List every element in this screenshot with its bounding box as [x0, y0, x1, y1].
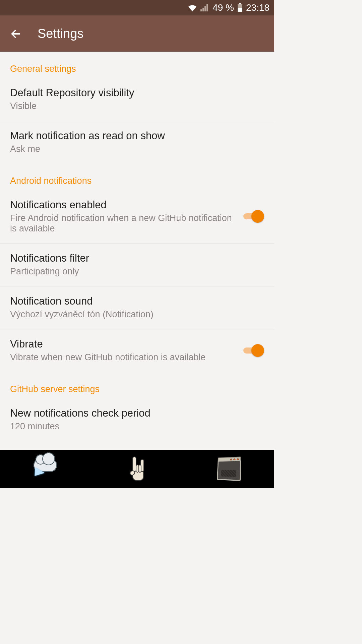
- system-nav-bar: [0, 450, 274, 488]
- pref-notification-sound[interactable]: Notification sound Výchozí vyzváněcí tón…: [0, 286, 274, 329]
- pref-title: Vibrate: [10, 338, 237, 350]
- section-header-server: GitHub server settings: [0, 372, 274, 398]
- rock-hand-icon: [125, 455, 149, 483]
- battery-percent: 49 %: [213, 2, 234, 13]
- switch-vibrate[interactable]: [243, 344, 264, 357]
- arrow-left-icon: [10, 28, 22, 40]
- nav-back-button[interactable]: [31, 455, 61, 482]
- pref-subtitle: Fire Android notification when a new Git…: [10, 213, 237, 234]
- pref-subtitle: Ask me: [10, 144, 264, 154]
- nav-home-button[interactable]: [122, 455, 152, 482]
- svg-rect-11: [139, 465, 141, 472]
- svg-rect-4: [239, 3, 241, 4]
- pref-title: New notifications check period: [10, 407, 264, 419]
- nav-recents-button[interactable]: [214, 455, 244, 482]
- amp-icon: [216, 457, 242, 482]
- section-header-general: General settings: [0, 52, 274, 78]
- svg-rect-10: [136, 465, 139, 472]
- pref-subtitle: Participating only: [10, 266, 264, 277]
- pref-title: Notification sound: [10, 295, 264, 307]
- pref-notifications-filter[interactable]: Notifications filter Participating only: [0, 244, 274, 286]
- pref-subtitle: Výchozí vyzváněcí tón (Notification): [10, 309, 264, 320]
- pref-vibrate[interactable]: Vibrate Vibrate when new GitHub notifica…: [0, 329, 274, 372]
- status-time: 23:18: [246, 2, 269, 13]
- pref-title: Notifications filter: [10, 252, 264, 264]
- svg-rect-6: [238, 8, 242, 12]
- svg-rect-1: [202, 8, 204, 11]
- back-button[interactable]: [8, 25, 24, 42]
- pref-subtitle: Visible: [10, 101, 264, 111]
- status-bar: 49 % 23:18: [0, 0, 274, 15]
- cloud-lightning-icon: [31, 457, 60, 481]
- switch-notifications-enabled[interactable]: [243, 210, 264, 223]
- switch-thumb: [251, 210, 264, 223]
- cell-signal-icon: [200, 4, 209, 11]
- pref-check-period[interactable]: New notifications check period 120 minut…: [0, 398, 274, 432]
- battery-icon: [237, 3, 243, 12]
- app-bar: Settings: [0, 15, 274, 52]
- pref-title: Mark notification as read on show: [10, 130, 264, 142]
- pref-mark-read-on-show[interactable]: Mark notification as read on show Ask me: [0, 121, 274, 164]
- svg-rect-2: [204, 6, 206, 11]
- pref-title: Default Repository visibility: [10, 87, 264, 99]
- page-title: Settings: [38, 26, 83, 41]
- pref-subtitle: Vibrate when new GitHub notification is …: [10, 352, 237, 363]
- pref-title: Notifications enabled: [10, 199, 237, 211]
- settings-list[interactable]: General settings Default Repository visi…: [0, 52, 274, 450]
- pref-subtitle: 120 minutes: [10, 421, 264, 432]
- section-header-android: Android notifications: [0, 164, 274, 190]
- svg-rect-0: [200, 9, 202, 11]
- pref-default-repo-visibility[interactable]: Default Repository visibility Visible: [0, 78, 274, 121]
- wifi-icon: [188, 4, 197, 11]
- pref-notifications-enabled[interactable]: Notifications enabled Fire Android notif…: [0, 190, 274, 244]
- switch-thumb: [251, 344, 264, 357]
- svg-rect-8: [133, 457, 136, 472]
- svg-rect-3: [206, 4, 208, 11]
